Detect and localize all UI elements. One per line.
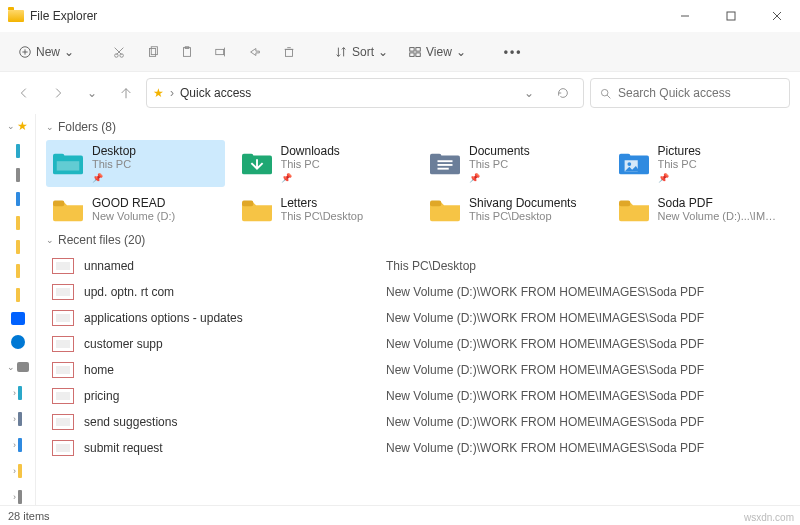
sidebar-item[interactable] (16, 264, 20, 278)
svg-rect-36 (430, 153, 441, 159)
folder-icon (241, 195, 273, 223)
svg-rect-41 (619, 153, 630, 159)
delete-button[interactable] (274, 38, 304, 66)
search-box[interactable] (590, 78, 790, 108)
chevron-right-icon[interactable]: › (13, 388, 16, 398)
folder-name: Shivang Documents (469, 196, 576, 210)
up-button[interactable] (112, 79, 140, 107)
content-pane: ⌄ Folders (8) Desktop This PC 📌 Download… (36, 114, 800, 505)
back-button[interactable] (10, 79, 38, 107)
address-chevron-down-icon[interactable]: ⌄ (515, 79, 543, 107)
svg-rect-46 (430, 201, 441, 207)
share-button[interactable] (240, 38, 270, 66)
sidebar-item[interactable] (16, 168, 20, 182)
folder-icon (429, 195, 461, 223)
svg-rect-47 (619, 201, 630, 207)
svg-rect-33 (242, 153, 253, 159)
folder-sublabel: This PC\Desktop (469, 210, 576, 223)
file-row[interactable]: applications options - updates New Volum… (46, 305, 790, 331)
paste-button[interactable] (172, 38, 202, 66)
address-bar[interactable]: ★ › Quick access ⌄ (146, 78, 584, 108)
svg-rect-45 (242, 201, 253, 207)
folder-name: Documents (469, 144, 530, 158)
sidebar-item[interactable] (18, 386, 22, 400)
sidebar-item[interactable] (18, 490, 22, 504)
folder-item[interactable]: Desktop This PC 📌 (46, 140, 225, 187)
sidebar-item[interactable] (16, 240, 20, 254)
sort-icon (334, 45, 348, 59)
file-row[interactable]: pricing New Volume (D:)\WORK FROM HOME\I… (46, 383, 790, 409)
rename-button[interactable] (206, 38, 236, 66)
folder-sublabel: New Volume (D:) (92, 210, 175, 223)
sidebar-item[interactable] (16, 144, 20, 158)
maximize-button[interactable] (708, 0, 754, 32)
file-name: submit request (84, 441, 163, 455)
chevron-right-icon[interactable]: › (13, 440, 16, 450)
file-row[interactable]: send suggestions New Volume (D:)\WORK FR… (46, 409, 790, 435)
new-button[interactable]: New ⌄ (10, 38, 82, 66)
forward-button[interactable] (44, 79, 72, 107)
sidebar-item[interactable] (18, 412, 22, 426)
trash-icon (282, 45, 296, 59)
svg-line-28 (607, 95, 610, 98)
chevron-right-icon[interactable]: › (13, 414, 16, 424)
refresh-button[interactable] (549, 79, 577, 107)
image-file-icon (52, 414, 74, 430)
onedrive-icon[interactable] (11, 335, 25, 349)
search-input[interactable] (618, 86, 781, 100)
folder-item[interactable]: Soda PDF New Volume (D:)...\IMAGES (612, 191, 791, 227)
pin-icon: 📌 (658, 173, 701, 184)
folder-name: Letters (281, 196, 364, 210)
folders-label: Folders (8) (58, 120, 116, 134)
titlebar: File Explorer (0, 0, 800, 32)
dropbox-icon[interactable] (11, 312, 25, 326)
minimize-button[interactable] (662, 0, 708, 32)
chevron-down-icon[interactable]: ⌄ (7, 362, 15, 372)
star-icon[interactable]: ★ (17, 119, 28, 133)
folder-item[interactable]: Downloads This PC 📌 (235, 140, 414, 187)
svg-rect-22 (410, 47, 414, 51)
chevron-down-icon: ⌄ (64, 45, 74, 59)
file-name: pricing (84, 389, 119, 403)
folder-item[interactable]: Pictures This PC 📌 (612, 140, 791, 187)
paste-icon (180, 45, 194, 59)
svg-rect-12 (151, 46, 157, 54)
chevron-down-icon: ⌄ (378, 45, 388, 59)
this-pc-icon[interactable] (17, 362, 29, 372)
file-path: New Volume (D:)\WORK FROM HOME\IMAGES\So… (386, 441, 790, 455)
more-button[interactable]: ••• (496, 38, 531, 66)
folder-name: Desktop (92, 144, 136, 158)
recent-chevron-down-icon[interactable]: ⌄ (78, 79, 106, 107)
folder-name: Pictures (658, 144, 701, 158)
sort-button[interactable]: Sort ⌄ (326, 38, 396, 66)
sidebar-item[interactable] (16, 192, 20, 206)
file-row[interactable]: upd. optn. rt com New Volume (D:)\WORK F… (46, 279, 790, 305)
copy-button[interactable] (138, 38, 168, 66)
chevron-down-icon[interactable]: ⌄ (7, 121, 15, 131)
folders-section-header[interactable]: ⌄ Folders (8) (46, 118, 790, 140)
svg-rect-11 (150, 48, 156, 56)
close-button[interactable] (754, 0, 800, 32)
folder-item[interactable]: GOOD READ New Volume (D:) (46, 191, 225, 227)
svg-point-27 (601, 89, 608, 96)
folder-item[interactable]: Letters This PC\Desktop (235, 191, 414, 227)
svg-rect-24 (410, 52, 414, 56)
sidebar-item[interactable] (18, 464, 22, 478)
chevron-right-icon[interactable]: › (13, 466, 16, 476)
status-bar: 28 items (0, 505, 800, 525)
svg-rect-17 (286, 49, 293, 56)
recent-section-header[interactable]: ⌄ Recent files (20) (46, 231, 790, 253)
view-button[interactable]: View ⌄ (400, 38, 474, 66)
sidebar-item[interactable] (18, 438, 22, 452)
file-row[interactable]: home New Volume (D:)\WORK FROM HOME\IMAG… (46, 357, 790, 383)
file-row[interactable]: submit request New Volume (D:)\WORK FROM… (46, 435, 790, 461)
sidebar-item[interactable] (16, 216, 20, 230)
sidebar-item[interactable] (16, 288, 20, 302)
folder-item[interactable]: Documents This PC 📌 (423, 140, 602, 187)
file-row[interactable]: unnamed This PC\Desktop (46, 253, 790, 279)
file-row[interactable]: customer supp New Volume (D:)\WORK FROM … (46, 331, 790, 357)
folder-item[interactable]: Shivang Documents This PC\Desktop (423, 191, 602, 227)
cut-button[interactable] (104, 38, 134, 66)
chevron-right-icon[interactable]: › (13, 492, 16, 502)
folder-icon (618, 150, 650, 178)
